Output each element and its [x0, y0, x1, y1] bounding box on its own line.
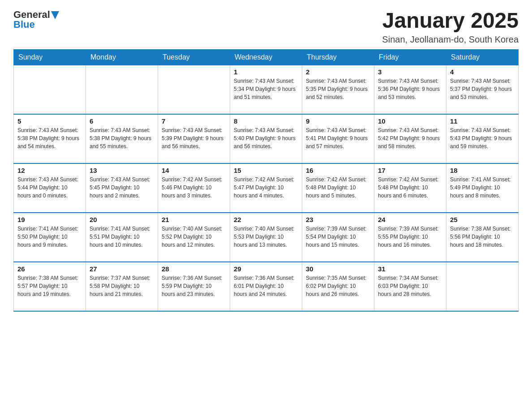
- day-info: Sunrise: 7:35 AM Sunset: 6:02 PM Dayligh…: [306, 274, 370, 298]
- calendar-cell: 18Sunrise: 7:41 AM Sunset: 5:49 PM Dayli…: [446, 163, 519, 213]
- calendar-cell: 14Sunrise: 7:42 AM Sunset: 5:46 PM Dayli…: [158, 163, 230, 213]
- day-number: 30: [306, 265, 370, 273]
- calendar-cell: 27Sunrise: 7:37 AM Sunset: 5:58 PM Dayli…: [86, 262, 158, 311]
- day-number: 15: [234, 167, 298, 174]
- calendar-cell: 11Sunrise: 7:43 AM Sunset: 5:43 PM Dayli…: [446, 114, 519, 163]
- calendar-table: SundayMondayTuesdayWednesdayThursdayFrid…: [13, 49, 519, 312]
- day-number: 24: [378, 216, 442, 223]
- day-info: Sunrise: 7:42 AM Sunset: 5:48 PM Dayligh…: [378, 176, 442, 200]
- column-header-saturday: Saturday: [446, 49, 519, 65]
- day-number: 27: [90, 265, 154, 273]
- day-number: 19: [17, 216, 82, 223]
- calendar-week-row: 1Sunrise: 7:43 AM Sunset: 5:34 PM Daylig…: [14, 65, 519, 114]
- day-number: 11: [450, 117, 515, 125]
- day-info: Sunrise: 7:41 AM Sunset: 5:50 PM Dayligh…: [17, 225, 82, 249]
- day-number: 16: [306, 167, 370, 174]
- day-info: Sunrise: 7:43 AM Sunset: 5:35 PM Dayligh…: [306, 77, 370, 101]
- day-info: Sunrise: 7:34 AM Sunset: 6:03 PM Dayligh…: [378, 274, 442, 298]
- calendar-cell: 10Sunrise: 7:43 AM Sunset: 5:42 PM Dayli…: [374, 114, 446, 163]
- calendar-cell: 7Sunrise: 7:43 AM Sunset: 5:39 PM Daylig…: [158, 114, 230, 163]
- day-info: Sunrise: 7:43 AM Sunset: 5:37 PM Dayligh…: [450, 77, 515, 101]
- page-header: General Blue January 2025 Sinan, Jeollan…: [13, 9, 519, 45]
- calendar-cell: 1Sunrise: 7:43 AM Sunset: 5:34 PM Daylig…: [230, 65, 302, 114]
- day-number: 29: [234, 265, 298, 273]
- calendar-cell: 19Sunrise: 7:41 AM Sunset: 5:50 PM Dayli…: [14, 213, 86, 262]
- day-number: 25: [450, 216, 515, 223]
- logo: General Blue: [13, 9, 59, 30]
- location-title: Sinan, Jeollanam-do, South Korea: [382, 34, 519, 45]
- calendar-cell: 3Sunrise: 7:43 AM Sunset: 5:36 PM Daylig…: [374, 65, 446, 114]
- day-info: Sunrise: 7:43 AM Sunset: 5:42 PM Dayligh…: [378, 126, 442, 150]
- day-info: Sunrise: 7:43 AM Sunset: 5:44 PM Dayligh…: [17, 176, 82, 200]
- day-info: Sunrise: 7:42 AM Sunset: 5:48 PM Dayligh…: [306, 176, 370, 200]
- day-number: 7: [162, 117, 226, 125]
- calendar-cell: 12Sunrise: 7:43 AM Sunset: 5:44 PM Dayli…: [14, 163, 86, 213]
- column-header-friday: Friday: [374, 49, 446, 65]
- day-number: 21: [162, 216, 226, 223]
- day-info: Sunrise: 7:39 AM Sunset: 5:54 PM Dayligh…: [306, 225, 370, 249]
- svg-marker-0: [51, 11, 59, 19]
- calendar-cell: 30Sunrise: 7:35 AM Sunset: 6:02 PM Dayli…: [302, 262, 374, 311]
- calendar-cell: 9Sunrise: 7:43 AM Sunset: 5:41 PM Daylig…: [302, 114, 374, 163]
- calendar-cell: [446, 262, 519, 311]
- calendar-cell: 26Sunrise: 7:38 AM Sunset: 5:57 PM Dayli…: [14, 262, 86, 311]
- day-info: Sunrise: 7:42 AM Sunset: 5:46 PM Dayligh…: [162, 176, 226, 200]
- calendar-week-row: 5Sunrise: 7:43 AM Sunset: 5:38 PM Daylig…: [14, 114, 519, 163]
- day-info: Sunrise: 7:40 AM Sunset: 5:53 PM Dayligh…: [234, 225, 298, 249]
- day-number: 8: [234, 117, 298, 125]
- day-number: 1: [234, 68, 298, 76]
- calendar-cell: [86, 65, 158, 114]
- calendar-cell: 17Sunrise: 7:42 AM Sunset: 5:48 PM Dayli…: [374, 163, 446, 213]
- calendar-cell: 28Sunrise: 7:36 AM Sunset: 5:59 PM Dayli…: [158, 262, 230, 311]
- day-info: Sunrise: 7:43 AM Sunset: 5:45 PM Dayligh…: [90, 176, 154, 200]
- calendar-cell: 5Sunrise: 7:43 AM Sunset: 5:38 PM Daylig…: [14, 114, 86, 163]
- calendar-cell: 29Sunrise: 7:36 AM Sunset: 6:01 PM Dayli…: [230, 262, 302, 311]
- calendar-cell: 21Sunrise: 7:40 AM Sunset: 5:52 PM Dayli…: [158, 213, 230, 262]
- day-number: 28: [162, 265, 226, 273]
- day-info: Sunrise: 7:38 AM Sunset: 5:56 PM Dayligh…: [450, 225, 515, 249]
- calendar-cell: [14, 65, 86, 114]
- day-info: Sunrise: 7:36 AM Sunset: 6:01 PM Dayligh…: [234, 274, 298, 298]
- calendar-header-row: SundayMondayTuesdayWednesdayThursdayFrid…: [14, 49, 519, 65]
- day-info: Sunrise: 7:43 AM Sunset: 5:41 PM Dayligh…: [306, 126, 370, 150]
- day-number: 9: [306, 117, 370, 125]
- day-number: 14: [162, 167, 226, 174]
- logo-triangle-icon: [51, 11, 59, 19]
- day-info: Sunrise: 7:43 AM Sunset: 5:34 PM Dayligh…: [234, 77, 298, 101]
- calendar-cell: 4Sunrise: 7:43 AM Sunset: 5:37 PM Daylig…: [446, 65, 519, 114]
- calendar-cell: 23Sunrise: 7:39 AM Sunset: 5:54 PM Dayli…: [302, 213, 374, 262]
- column-header-monday: Monday: [86, 49, 158, 65]
- day-number: 26: [17, 265, 82, 273]
- day-number: 31: [378, 265, 442, 273]
- calendar-cell: 8Sunrise: 7:43 AM Sunset: 5:40 PM Daylig…: [230, 114, 302, 163]
- day-number: 4: [450, 68, 515, 76]
- column-header-wednesday: Wednesday: [230, 49, 302, 65]
- day-info: Sunrise: 7:43 AM Sunset: 5:40 PM Dayligh…: [234, 126, 298, 150]
- calendar-cell: 25Sunrise: 7:38 AM Sunset: 5:56 PM Dayli…: [446, 213, 519, 262]
- day-info: Sunrise: 7:36 AM Sunset: 5:59 PM Dayligh…: [162, 274, 226, 298]
- calendar-week-row: 26Sunrise: 7:38 AM Sunset: 5:57 PM Dayli…: [14, 262, 519, 311]
- day-number: 5: [17, 117, 82, 125]
- calendar-cell: 15Sunrise: 7:42 AM Sunset: 5:47 PM Dayli…: [230, 163, 302, 213]
- calendar-week-row: 12Sunrise: 7:43 AM Sunset: 5:44 PM Dayli…: [14, 163, 519, 213]
- day-number: 12: [17, 167, 82, 174]
- day-info: Sunrise: 7:43 AM Sunset: 5:38 PM Dayligh…: [17, 126, 82, 150]
- day-number: 6: [90, 117, 154, 125]
- day-info: Sunrise: 7:38 AM Sunset: 5:57 PM Dayligh…: [17, 274, 82, 298]
- calendar-cell: 24Sunrise: 7:39 AM Sunset: 5:55 PM Dayli…: [374, 213, 446, 262]
- day-info: Sunrise: 7:37 AM Sunset: 5:58 PM Dayligh…: [90, 274, 154, 298]
- day-info: Sunrise: 7:43 AM Sunset: 5:43 PM Dayligh…: [450, 126, 515, 150]
- day-number: 23: [306, 216, 370, 223]
- day-info: Sunrise: 7:42 AM Sunset: 5:47 PM Dayligh…: [234, 176, 298, 200]
- day-number: 20: [90, 216, 154, 223]
- calendar-cell: 22Sunrise: 7:40 AM Sunset: 5:53 PM Dayli…: [230, 213, 302, 262]
- day-info: Sunrise: 7:40 AM Sunset: 5:52 PM Dayligh…: [162, 225, 226, 249]
- day-info: Sunrise: 7:43 AM Sunset: 5:36 PM Dayligh…: [378, 77, 442, 101]
- title-block: January 2025 Sinan, Jeollanam-do, South …: [382, 9, 519, 45]
- calendar-cell: 13Sunrise: 7:43 AM Sunset: 5:45 PM Dayli…: [86, 163, 158, 213]
- day-number: 22: [234, 216, 298, 223]
- day-number: 10: [378, 117, 442, 125]
- column-header-sunday: Sunday: [14, 49, 86, 65]
- calendar-cell: [158, 65, 230, 114]
- day-number: 17: [378, 167, 442, 174]
